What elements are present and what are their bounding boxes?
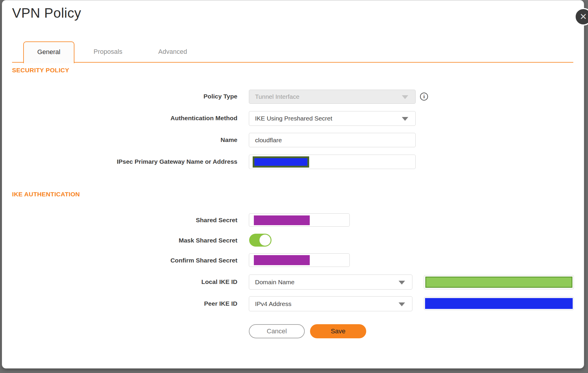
confirm-shared-secret-value-redaction bbox=[254, 255, 310, 265]
peer-ike-id-type-dropdown[interactable]: IPv4 Address bbox=[249, 296, 412, 311]
vpn-policy-dialog: ✕ VPN Policy General Proposals Advanced … bbox=[2, 0, 584, 369]
authentication-method-label: Authentication Method bbox=[2, 115, 237, 122]
local-ike-id-label: Local IKE ID bbox=[2, 278, 237, 285]
close-icon: ✕ bbox=[579, 12, 587, 21]
policy-type-dropdown[interactable]: Tunnel Interface bbox=[249, 90, 416, 104]
tab-proposals[interactable]: Proposals bbox=[81, 41, 134, 63]
close-button[interactable]: ✕ bbox=[574, 8, 588, 26]
authentication-method-value: IKE Using Preshared Secret bbox=[255, 115, 332, 122]
name-label: Name bbox=[2, 136, 237, 143]
info-icon[interactable]: i bbox=[420, 93, 428, 101]
mask-shared-secret-label: Mask Shared Secret bbox=[2, 237, 237, 244]
shared-secret-value-redaction bbox=[254, 215, 310, 225]
shared-secret-label: Shared Secret bbox=[2, 217, 237, 224]
chevron-down-icon bbox=[402, 95, 408, 99]
name-value: cloudflare bbox=[255, 137, 282, 144]
mask-shared-secret-toggle[interactable] bbox=[249, 234, 271, 247]
peer-ike-id-label: Peer IKE ID bbox=[2, 300, 237, 307]
peer-ike-id-type-value: IPv4 Address bbox=[255, 300, 291, 307]
chevron-down-icon bbox=[399, 302, 405, 306]
chevron-down-icon bbox=[402, 117, 408, 121]
chevron-down-icon bbox=[399, 281, 405, 285]
tab-general[interactable]: General bbox=[23, 41, 74, 63]
tab-advanced[interactable]: Advanced bbox=[146, 41, 199, 63]
policy-type-value: Tunnel Interface bbox=[255, 93, 299, 100]
local-ike-id-type-value: Domain Name bbox=[255, 279, 294, 286]
security-policy-heading: SECURITY POLICY bbox=[12, 67, 69, 74]
local-ike-id-type-dropdown[interactable]: Domain Name bbox=[249, 275, 412, 290]
dialog-title: VPN Policy bbox=[12, 5, 81, 21]
save-button[interactable]: Save bbox=[310, 324, 366, 338]
ike-authentication-heading: IKE AUTHENTICATION bbox=[12, 191, 80, 198]
toggle-knob bbox=[259, 235, 271, 246]
confirm-shared-secret-label: Confirm Shared Secret bbox=[2, 257, 237, 264]
authentication-method-dropdown[interactable]: IKE Using Preshared Secret bbox=[249, 111, 416, 126]
policy-type-label: Policy Type bbox=[2, 93, 237, 100]
gateway-label: IPsec Primary Gateway Name or Address bbox=[2, 158, 237, 165]
name-input[interactable]: cloudflare bbox=[249, 133, 416, 147]
cancel-button[interactable]: Cancel bbox=[249, 324, 305, 338]
local-ike-id-value-redaction bbox=[425, 277, 572, 288]
peer-ike-id-value-redaction bbox=[425, 298, 573, 309]
gateway-value-redaction bbox=[253, 156, 309, 168]
